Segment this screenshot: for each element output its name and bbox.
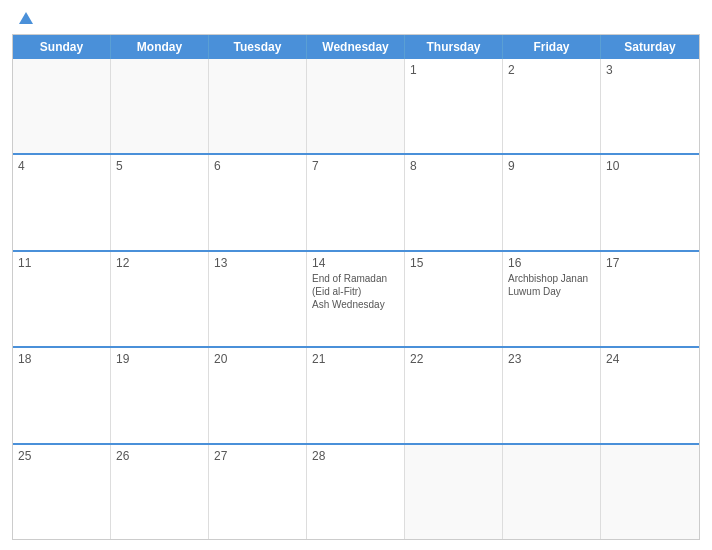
weekday-header-cell: Monday	[111, 35, 209, 59]
day-number: 26	[116, 449, 203, 463]
svg-marker-0	[19, 12, 33, 24]
calendar-cell: 10	[601, 155, 699, 249]
calendar-grid: SundayMondayTuesdayWednesdayThursdayFrid…	[12, 34, 700, 540]
page-header	[12, 10, 700, 28]
day-number: 15	[410, 256, 497, 270]
calendar-week: 11121314End of Ramadan(Eid al-Fitr)Ash W…	[13, 252, 699, 348]
calendar-cell: 14End of Ramadan(Eid al-Fitr)Ash Wednesd…	[307, 252, 405, 346]
calendar-cell: 16Archbishop JananLuwum Day	[503, 252, 601, 346]
weekday-header-cell: Wednesday	[307, 35, 405, 59]
calendar-cell: 8	[405, 155, 503, 249]
calendar-cell: 25	[13, 445, 111, 539]
calendar-cell: 17	[601, 252, 699, 346]
calendar-week: 18192021222324	[13, 348, 699, 444]
event-text: Archbishop JananLuwum Day	[508, 272, 595, 298]
day-number: 4	[18, 159, 105, 173]
calendar-week: 45678910	[13, 155, 699, 251]
weekday-header: SundayMondayTuesdayWednesdayThursdayFrid…	[13, 35, 699, 59]
day-number: 19	[116, 352, 203, 366]
calendar-cell: 6	[209, 155, 307, 249]
day-number: 1	[410, 63, 497, 77]
day-number: 20	[214, 352, 301, 366]
day-number: 10	[606, 159, 694, 173]
day-number: 12	[116, 256, 203, 270]
logo	[14, 10, 37, 28]
calendar-cell	[503, 445, 601, 539]
day-number: 9	[508, 159, 595, 173]
weekday-header-cell: Sunday	[13, 35, 111, 59]
calendar-cell: 15	[405, 252, 503, 346]
calendar-cell: 23	[503, 348, 601, 442]
day-number: 14	[312, 256, 399, 270]
weekday-header-cell: Saturday	[601, 35, 699, 59]
calendar-cell: 24	[601, 348, 699, 442]
weekday-header-cell: Thursday	[405, 35, 503, 59]
day-number: 13	[214, 256, 301, 270]
calendar-cell: 18	[13, 348, 111, 442]
calendar-cell: 26	[111, 445, 209, 539]
day-number: 7	[312, 159, 399, 173]
logo-icon	[17, 10, 35, 28]
calendar-cell: 4	[13, 155, 111, 249]
calendar-cell: 7	[307, 155, 405, 249]
day-number: 16	[508, 256, 595, 270]
calendar-cell: 12	[111, 252, 209, 346]
day-number: 22	[410, 352, 497, 366]
day-number: 17	[606, 256, 694, 270]
day-number: 25	[18, 449, 105, 463]
calendar-body: 1234567891011121314End of Ramadan(Eid al…	[13, 59, 699, 539]
day-number: 18	[18, 352, 105, 366]
calendar-cell: 28	[307, 445, 405, 539]
day-number: 3	[606, 63, 694, 77]
day-number: 6	[214, 159, 301, 173]
day-number: 28	[312, 449, 399, 463]
calendar-cell: 9	[503, 155, 601, 249]
calendar-week: 123	[13, 59, 699, 155]
weekday-header-cell: Tuesday	[209, 35, 307, 59]
day-number: 21	[312, 352, 399, 366]
calendar-cell	[601, 445, 699, 539]
calendar-week: 25262728	[13, 445, 699, 539]
calendar-cell	[111, 59, 209, 153]
calendar-cell: 19	[111, 348, 209, 442]
calendar-cell: 27	[209, 445, 307, 539]
calendar-cell: 22	[405, 348, 503, 442]
calendar-cell	[13, 59, 111, 153]
day-number: 24	[606, 352, 694, 366]
calendar-cell: 20	[209, 348, 307, 442]
weekday-header-cell: Friday	[503, 35, 601, 59]
calendar-cell	[307, 59, 405, 153]
calendar-cell: 2	[503, 59, 601, 153]
calendar-cell: 3	[601, 59, 699, 153]
day-number: 5	[116, 159, 203, 173]
event-text: End of Ramadan(Eid al-Fitr)Ash Wednesday	[312, 272, 399, 311]
day-number: 27	[214, 449, 301, 463]
calendar-cell: 1	[405, 59, 503, 153]
calendar-cell: 13	[209, 252, 307, 346]
calendar-cell	[405, 445, 503, 539]
calendar-cell: 5	[111, 155, 209, 249]
calendar-page: SundayMondayTuesdayWednesdayThursdayFrid…	[0, 0, 712, 550]
calendar-cell: 11	[13, 252, 111, 346]
calendar-cell: 21	[307, 348, 405, 442]
day-number: 11	[18, 256, 105, 270]
day-number: 2	[508, 63, 595, 77]
calendar-cell	[209, 59, 307, 153]
day-number: 8	[410, 159, 497, 173]
day-number: 23	[508, 352, 595, 366]
